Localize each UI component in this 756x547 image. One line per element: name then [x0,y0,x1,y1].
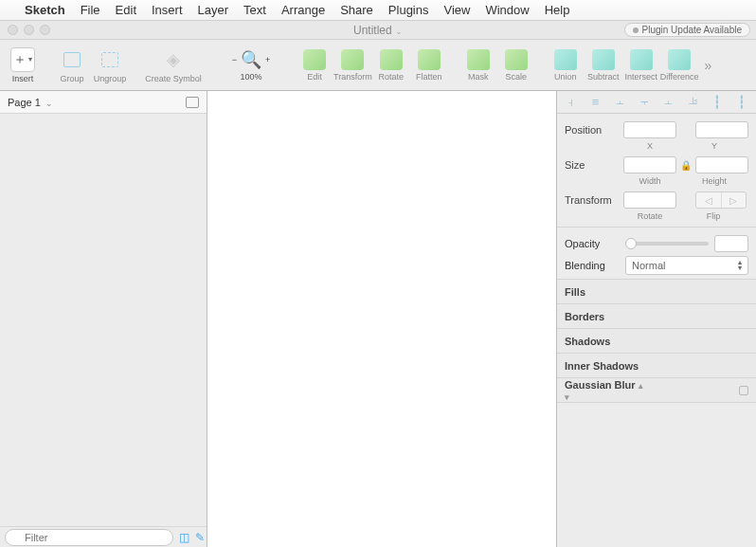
ungroup-label: Ungroup [94,74,127,83]
width-sublabel: Width [623,176,676,186]
width-input[interactable] [623,156,676,173]
canvas[interactable] [207,91,557,547]
group-button[interactable]: Group [53,41,91,90]
menu-plugins[interactable]: Plugins [388,3,429,17]
window-titlebar: Untitled ⌄ Plugin Update Available [0,21,756,40]
position-x-input[interactable] [623,121,676,138]
scale-button[interactable]: Scale [497,41,535,90]
menu-edit[interactable]: Edit [116,3,136,17]
group-label: Group [60,74,83,83]
transform-label: Transform [565,194,620,206]
align-center-v-icon[interactable]: ⫠ [660,95,677,109]
inner-shadows-panel-header[interactable]: Inner Shadows [557,354,756,378]
menu-arrange[interactable]: Arrange [281,3,325,17]
transform-icon [341,49,364,70]
fills-label: Fills [565,286,585,298]
transform-button[interactable]: Transform [333,41,372,90]
align-right-icon[interactable]: ⫠ [611,95,628,109]
ungroup-button[interactable]: Ungroup [91,41,129,90]
shadows-panel-header[interactable]: Shadows [557,329,756,354]
zoom-in-button[interactable]: + [265,55,270,64]
mask-icon [467,49,490,70]
opacity-slider[interactable] [625,242,709,246]
flip-horizontal-button[interactable]: ◁ [696,192,722,208]
difference-button[interactable]: Difference [660,41,699,90]
inspector-panel: ⫞ ≡ ⫠ ⫟ ⫠ ⫡ ┇ ┇ Position XY Size 🔒 W [557,91,756,547]
group-icon [60,47,84,72]
borders-panel-header[interactable]: Borders [557,304,756,329]
window-zoom-button[interactable] [40,25,50,35]
page-label: Page 1 [8,97,41,108]
create-symbol-label: Create Symbol [145,74,202,83]
menu-window[interactable]: Window [485,3,529,17]
pages-dropdown[interactable]: Page 1 ⌄ [0,91,207,114]
mask-button[interactable]: Mask [459,41,497,90]
menu-file[interactable]: File [81,3,100,17]
union-label: Union [554,72,577,82]
magnifier-icon: 🔍 [241,49,261,70]
macos-menubar: Sketch File Edit Insert Layer Text Arran… [0,0,756,21]
window-close-button[interactable] [8,25,18,35]
layers-panel: Page 1 ⌄ 🔍 ◫ ✎ 0 [0,91,207,547]
plugin-update-badge[interactable]: Plugin Update Available [624,23,750,37]
menu-text[interactable]: Text [243,3,266,17]
flip-vertical-button[interactable]: ▷ [722,192,747,208]
flatten-label: Flatten [416,72,442,82]
edit-button[interactable]: Edit [296,41,333,90]
edit-icon [303,49,326,70]
insert-label: Insert [12,74,34,83]
lock-aspect-icon[interactable]: 🔒 [680,160,692,171]
edit-label: Edit [307,72,322,82]
align-center-h-icon[interactable]: ≡ [587,95,604,109]
gaussian-blur-panel-header[interactable]: Gaussian Blur ▴▾ [557,378,756,403]
position-y-input[interactable] [695,121,748,138]
zoom-percent: 100% [240,72,261,82]
slider-thumb[interactable] [625,238,637,249]
layer-filter-input[interactable] [5,529,173,546]
insert-button[interactable]: ＋▾ Insert [4,41,42,90]
blur-label: Gaussian Blur [565,379,636,391]
blur-enable-checkbox[interactable] [739,386,748,395]
blending-select[interactable]: Normal ▴▾ [625,256,748,275]
symbol-icon: ◈ [161,47,186,72]
opacity-input[interactable] [714,235,748,252]
align-left-icon[interactable]: ⫞ [563,95,580,109]
distribute-v-icon[interactable]: ┇ [733,95,750,109]
menu-layer[interactable]: Layer [198,3,229,17]
menu-view[interactable]: View [443,3,470,17]
layer-filter-row: 🔍 ◫ ✎ 0 [0,526,207,547]
opacity-label: Opacity [565,238,620,249]
select-stepper-icon: ▴▾ [738,260,742,271]
transform-label: Transform [333,72,372,82]
document-title[interactable]: Untitled ⌄ [353,24,403,37]
x-sublabel: X [623,141,676,151]
window-minimize-button[interactable] [24,25,34,35]
menu-help[interactable]: Help [545,3,570,17]
height-input[interactable] [695,156,748,173]
rotate-button[interactable]: Rotate [372,41,410,90]
intersect-button[interactable]: Intersect [622,41,660,90]
app-menu[interactable]: Sketch [25,3,65,17]
fills-panel-header[interactable]: Fills [557,280,756,304]
align-top-icon[interactable]: ⫟ [636,95,653,109]
create-symbol-button[interactable]: ◈ Create Symbol [140,41,207,90]
alignment-controls: ⫞ ≡ ⫠ ⫟ ⫠ ⫡ ┇ ┇ [557,91,756,114]
menu-insert[interactable]: Insert [152,3,183,17]
subtract-button[interactable]: Subtract [585,41,622,90]
artboard-list-icon[interactable] [186,97,199,108]
zoom-control[interactable]: − 🔍 + 100% [218,41,284,90]
rotate-input[interactable] [623,191,676,209]
distribute-h-icon[interactable]: ┇ [709,95,726,109]
zoom-out-button[interactable]: − [232,55,237,64]
size-label: Size [565,159,620,171]
flatten-button[interactable]: Flatten [410,41,448,90]
height-sublabel: Height [688,176,741,186]
export-filter-icon[interactable]: ✎ [195,531,205,544]
slice-filter-icon[interactable]: ◫ [179,531,189,544]
difference-label: Difference [660,72,699,82]
align-bottom-icon[interactable]: ⫡ [685,95,702,109]
union-button[interactable]: Union [547,41,585,90]
toolbar-overflow[interactable]: » [699,58,718,73]
plus-icon: ＋▾ [10,47,35,72]
menu-share[interactable]: Share [340,3,373,17]
